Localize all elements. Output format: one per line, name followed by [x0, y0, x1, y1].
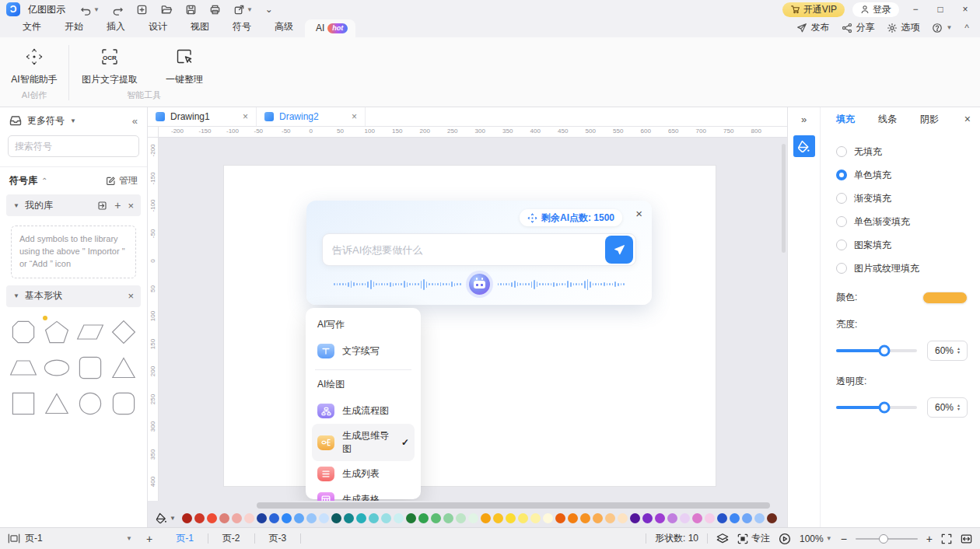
shape-trapezoid[interactable] [8, 353, 39, 383]
radio-icon[interactable] [836, 146, 847, 157]
palette-color[interactable] [381, 513, 391, 523]
menu-item-mindmap[interactable]: 生成思维导图 ✓ [312, 424, 415, 461]
slider-knob[interactable] [879, 402, 891, 414]
brightness-value-box[interactable]: 60% ▴▾ [927, 341, 968, 361]
basic-shapes-caret-icon[interactable]: ▼ [13, 292, 19, 299]
more-commands-button[interactable]: ⌄ [263, 2, 275, 17]
palette-color[interactable] [356, 513, 366, 523]
one-click-tidy-button[interactable]: 一键整理 [150, 37, 219, 86]
presentation-play-icon[interactable] [779, 533, 791, 545]
palette-color[interactable] [194, 513, 205, 523]
focus-mode-button[interactable]: 专注 [737, 532, 770, 545]
page-selector-dropdown[interactable]: 页-1 ▼ [20, 532, 137, 545]
doc-tab-drawing2[interactable]: Drawing2 × [257, 107, 366, 126]
radio-icon[interactable] [836, 240, 847, 250]
undo-button[interactable]: ▼ [78, 2, 102, 17]
palette-color[interactable] [518, 513, 528, 523]
vertical-scrollbar[interactable] [782, 144, 786, 253]
color-swatch[interactable] [922, 292, 968, 304]
fill-tool-active-icon[interactable] [793, 135, 815, 157]
fit-width-icon[interactable] [961, 533, 972, 544]
fill-color-tool[interactable]: ▼ [156, 512, 176, 524]
palette-color[interactable] [680, 513, 690, 523]
palette-color[interactable] [306, 513, 317, 523]
close-basic-shapes-button[interactable]: × [128, 290, 134, 302]
open-file-button[interactable] [158, 2, 175, 17]
options-button[interactable]: 选项 [887, 21, 919, 34]
publish-button[interactable]: 发布 [796, 21, 829, 34]
palette-color[interactable] [219, 513, 229, 523]
palette-color[interactable] [244, 513, 254, 523]
zoom-slider-knob[interactable] [879, 534, 888, 544]
zoom-out-button[interactable]: − [841, 533, 847, 545]
shape-triangle[interactable] [108, 353, 139, 383]
close-ai-dialog-button[interactable]: × [635, 207, 642, 220]
help-button[interactable]: ▼ [932, 23, 952, 33]
login-button[interactable]: 登录 [852, 2, 899, 17]
shape-square[interactable] [8, 389, 39, 418]
fill-option-mono-gradient[interactable]: 单色渐变填充 [836, 210, 968, 233]
palette-color[interactable] [730, 513, 740, 523]
palette-color[interactable] [767, 513, 777, 523]
radio-icon[interactable] [836, 216, 847, 227]
undo-caret-icon[interactable]: ▼ [93, 6, 100, 13]
palette-color[interactable] [456, 513, 466, 523]
menu-item-table[interactable]: 生成表格 [312, 487, 415, 501]
radio-icon[interactable] [836, 193, 847, 204]
palette-color[interactable] [530, 513, 541, 523]
layers-icon[interactable] [716, 533, 729, 544]
page-selector-caret-icon[interactable]: ▼ [126, 535, 132, 542]
palette-color[interactable] [418, 513, 429, 523]
palette-color[interactable] [443, 513, 453, 523]
redo-button[interactable] [110, 2, 126, 17]
menu-item-list[interactable]: 生成列表 [312, 461, 415, 487]
shape-ellipse[interactable] [41, 353, 72, 383]
library-collapse-icon[interactable]: ⌃ [41, 177, 47, 185]
tab-ai[interactable]: AI hot [305, 19, 355, 37]
add-symbol-button[interactable]: + [114, 199, 121, 212]
shape-diamond[interactable] [108, 317, 139, 347]
fill-option-pattern[interactable]: 图案填充 [836, 233, 968, 257]
palette-color[interactable] [344, 513, 354, 523]
fill-option-none[interactable]: 无填充 [836, 140, 968, 163]
palette-color[interactable] [406, 513, 416, 523]
palette-color[interactable] [630, 513, 640, 523]
symbol-search-input[interactable] [9, 141, 139, 152]
palette-color[interactable] [257, 513, 267, 523]
tab-view[interactable]: 视图 [179, 17, 221, 37]
slider-knob[interactable] [879, 345, 891, 357]
palette-color[interactable] [705, 513, 715, 523]
tab-insert[interactable]: 插入 [95, 17, 137, 37]
shape-pentagon[interactable] [41, 317, 72, 347]
palette-color[interactable] [294, 513, 304, 523]
page-tab-3[interactable]: 页-3 [255, 532, 301, 545]
share-button[interactable]: 分享 [842, 21, 874, 34]
ai-prompt-input[interactable] [332, 244, 605, 256]
close-tab-icon[interactable]: × [352, 111, 357, 122]
palette-color[interactable] [481, 513, 491, 523]
ai-assistant-button[interactable]: AI智能助手 [0, 37, 68, 86]
zoom-in-button[interactable]: + [926, 533, 933, 545]
fill-option-solid[interactable]: 单色填充 [836, 163, 968, 187]
page-tab-2[interactable]: 页-2 [208, 532, 254, 545]
canvas-viewport[interactable]: 剩余AI点数: 1500 × [159, 138, 787, 501]
shape-parallelogram[interactable] [75, 317, 106, 347]
palette-color[interactable] [506, 513, 516, 523]
tab-line[interactable]: 线条 [878, 113, 897, 126]
palette-color[interactable] [580, 513, 590, 523]
ai-mascot-icon[interactable] [469, 274, 490, 295]
shape-octagon[interactable] [8, 317, 39, 347]
maximize-button[interactable]: □ [932, 4, 949, 15]
palette-color[interactable] [605, 513, 615, 523]
tab-home[interactable]: 开始 [53, 17, 95, 37]
fill-option-texture[interactable]: 图片或纹理填充 [836, 257, 968, 280]
palette-color[interactable] [568, 513, 578, 523]
my-library-caret-icon[interactable]: ▼ [13, 202, 19, 209]
doc-tab-drawing1[interactable]: Drawing1 × [148, 107, 257, 126]
palette-color[interactable] [493, 513, 503, 523]
minimize-button[interactable]: − [907, 4, 924, 15]
import-icon[interactable] [97, 201, 107, 211]
expand-panel-button[interactable]: » [788, 107, 821, 131]
palette-color[interactable] [232, 513, 242, 523]
ocr-extract-button[interactable]: OCR 图片文字提取 [69, 37, 150, 86]
